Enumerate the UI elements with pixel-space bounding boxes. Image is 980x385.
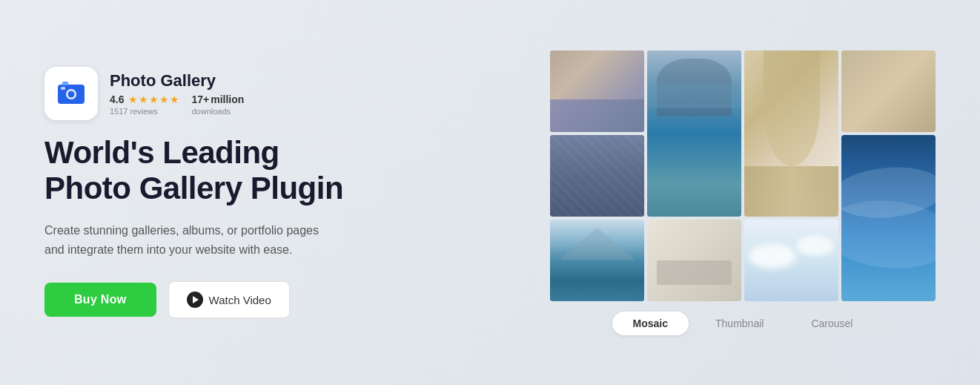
- star-1: ★: [128, 93, 138, 105]
- star-5: ★: [170, 93, 179, 105]
- headline-line2: Photo Gallery Plugin: [44, 171, 506, 206]
- gallery-cell-keyboard[interactable]: [647, 220, 741, 301]
- gallery-cell-mountain[interactable]: [550, 220, 644, 301]
- star-4: ★: [159, 93, 169, 105]
- stars: ★ ★ ★ ★ ★: [128, 93, 179, 105]
- downloads-block: 17+ million downloads: [191, 93, 244, 116]
- svg-rect-4: [62, 82, 68, 85]
- tab-mosaic[interactable]: Mosaic: [612, 312, 689, 335]
- description: Create stunning galleries, albums, or po…: [44, 221, 415, 259]
- plugin-name: Photo Gallery: [110, 71, 244, 91]
- gallery-tabs: Mosaic Thumbnail Carousel: [550, 312, 936, 335]
- play-triangle: [193, 296, 199, 303]
- plugin-header: Photo Gallery 4.6 ★ ★ ★ ★ ★: [44, 67, 506, 120]
- gallery-grid: [550, 50, 936, 301]
- plugin-logo-icon: [55, 77, 87, 110]
- gallery-cell-guitar[interactable]: [550, 135, 644, 217]
- headline: World's Leading Photo Gallery Plugin: [44, 135, 506, 207]
- svg-rect-3: [61, 87, 65, 90]
- gallery-cell-pillows[interactable]: [550, 50, 644, 132]
- tab-thumbnail[interactable]: Thumbnail: [695, 312, 784, 335]
- rating-block: 4.6 ★ ★ ★ ★ ★ 1517 reviews: [110, 93, 179, 116]
- headline-line1: World's Leading: [44, 135, 506, 171]
- star-3: ★: [149, 93, 159, 105]
- gallery-cell-lake[interactable]: [647, 50, 741, 217]
- rating-number: 4.6: [110, 93, 124, 105]
- svg-point-2: [68, 91, 75, 97]
- star-2: ★: [139, 93, 148, 105]
- reviews-count: 1517 reviews: [110, 107, 179, 116]
- right-panel: Mosaic Thumbnail Carousel: [550, 50, 936, 335]
- downloads-number: 17+: [191, 93, 209, 105]
- downloads-suffix: million: [211, 93, 244, 105]
- downloads-label: downloads: [191, 107, 244, 116]
- rating-row: 4.6 ★ ★ ★ ★ ★ 1517 reviews: [110, 93, 244, 116]
- watch-video-button[interactable]: Watch Video: [168, 281, 290, 318]
- gallery-cell-clouds[interactable]: [744, 220, 838, 301]
- play-icon: [187, 292, 203, 308]
- page-container: Photo Gallery 4.6 ★ ★ ★ ★ ★: [0, 0, 980, 385]
- plugin-meta: Photo Gallery 4.6 ★ ★ ★ ★ ★: [110, 71, 244, 116]
- gallery-cell-arch[interactable]: [744, 50, 838, 217]
- gallery-cell-stone[interactable]: [841, 50, 936, 132]
- gallery-cell-ocean[interactable]: [841, 135, 936, 301]
- tab-carousel[interactable]: Carousel: [790, 312, 873, 335]
- buy-now-button[interactable]: Buy Now: [44, 283, 156, 317]
- plugin-logo: [44, 67, 98, 120]
- left-panel: Photo Gallery 4.6 ★ ★ ★ ★ ★: [44, 67, 506, 319]
- buttons-row: Buy Now Watch Video: [44, 281, 506, 318]
- watch-video-label: Watch Video: [209, 294, 271, 306]
